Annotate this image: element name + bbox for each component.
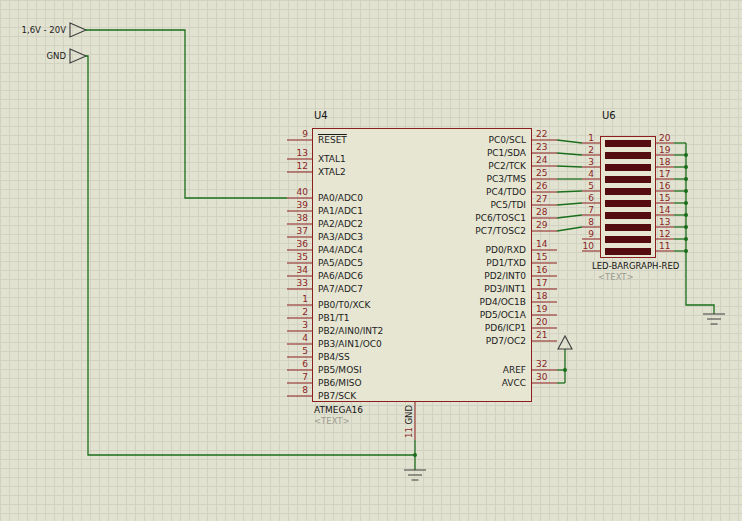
pin-label: PC4/TDO [356, 187, 526, 197]
pin-number: 36 [264, 239, 308, 249]
pin-number: 35 [264, 252, 308, 262]
gnd-terminal-label: GND [8, 51, 66, 61]
pin-number: 27 [536, 194, 547, 204]
gnd-terminal-icon[interactable] [70, 49, 86, 63]
wire-power-to-pa0[interactable] [85, 30, 287, 198]
pin-number: 2 [566, 145, 594, 155]
pin-number: 23 [536, 142, 547, 152]
pin-number: 15 [659, 193, 670, 203]
pin-number: 21 [536, 330, 547, 340]
pin-number: 17 [536, 278, 547, 288]
pin-number: 10 [566, 241, 594, 251]
pin-label: AVCC [356, 378, 526, 388]
pin-number: 11 [659, 241, 670, 251]
pin-number: 4 [566, 169, 594, 179]
pin-label: PB4/SS [318, 352, 350, 362]
led-segment [605, 248, 651, 255]
pin-label: PD5/OC1A [356, 310, 526, 320]
pin-label: RESET [318, 135, 347, 145]
pin-label: PD2/INT0 [356, 271, 526, 281]
pin-label: PD6/ICP1 [356, 323, 526, 333]
pin-number: 26 [536, 181, 547, 191]
pin-number: 29 [536, 220, 547, 230]
pin-number: 1 [566, 133, 594, 143]
chip-text-placeholder: <TEXT> [314, 416, 350, 426]
ground-symbol[interactable] [404, 470, 426, 480]
pin-number: 25 [536, 168, 547, 178]
pin-number: 24 [536, 155, 547, 165]
chip-bottom-pin-label: 11 GND [404, 405, 414, 438]
pin-number: 8 [264, 385, 308, 395]
pin-number: 5 [264, 346, 308, 356]
pin-number: 34 [264, 265, 308, 275]
led-segment [605, 164, 651, 171]
ground-symbol[interactable] [703, 314, 725, 324]
pin-number: 37 [264, 226, 308, 236]
bargraph-reference: U6 [602, 110, 616, 121]
pin-number: 1 [264, 294, 308, 304]
pin-number: 3 [264, 320, 308, 330]
led-segment [605, 236, 651, 243]
pin-label: PD4/OC1B [356, 297, 526, 307]
pin-number: 18 [659, 157, 670, 167]
pin-label: PC0/SCL [356, 135, 526, 145]
pin-label: PB1/T1 [318, 313, 350, 323]
pin-label: PD1/TXD [356, 258, 526, 268]
led-segment [605, 200, 651, 207]
pin-number: 3 [566, 157, 594, 167]
junction-dot [563, 368, 567, 372]
pin-label: AREF [356, 365, 526, 375]
pin-number: 40 [264, 187, 308, 197]
led-segment [605, 152, 651, 159]
pin-label: PC7/TOSC2 [356, 226, 526, 236]
junction-dot [413, 453, 417, 457]
pin-number: 6 [566, 193, 594, 203]
wire-pc-to-bargraph[interactable] [557, 191, 582, 192]
pin-number: 16 [536, 265, 547, 275]
led-segment [605, 176, 651, 183]
pin-label: PC3/TMS [356, 174, 526, 184]
pin-label: PC2/TCK [356, 161, 526, 171]
pin-number: 19 [659, 145, 670, 155]
pin-number: 9 [264, 129, 308, 139]
chip-reference: U4 [314, 110, 328, 121]
pin-number: 12 [659, 229, 670, 239]
pin-label: PC1/SDA [356, 148, 526, 158]
led-segment [605, 140, 651, 147]
pin-number: 28 [536, 207, 547, 217]
pin-number: 16 [659, 181, 670, 191]
pin-number: 12 [264, 161, 308, 171]
pin-number: 6 [264, 359, 308, 369]
pin-number: 5 [566, 181, 594, 191]
pin-number: 13 [264, 148, 308, 158]
input-terminal-icon[interactable] [70, 23, 86, 37]
pin-number: 14 [536, 239, 547, 249]
pin-number: 18 [536, 291, 547, 301]
pin-number: 7 [264, 372, 308, 382]
pin-number: 9 [566, 229, 594, 239]
pin-label: PD0/RXD [356, 245, 526, 255]
pin-number: 20 [536, 317, 547, 327]
chip-value-label: ATMEGA16 [314, 405, 363, 415]
pin-number: 2 [264, 307, 308, 317]
power-terminal-icon[interactable] [558, 336, 572, 349]
wire-bargraph-gnd-bus[interactable] [686, 143, 714, 314]
pin-number: 15 [536, 252, 547, 262]
power-terminal-label: 1,6V - 20V [8, 25, 66, 35]
led-segment [605, 224, 651, 231]
pin-number: 33 [264, 278, 308, 288]
pin-number: 8 [566, 217, 594, 227]
bargraph-value-label: LED-BARGRAPH-RED [592, 261, 679, 271]
pin-label: XTAL2 [318, 167, 346, 177]
pin-number: 39 [264, 200, 308, 210]
pin-number: 38 [264, 213, 308, 223]
bargraph-text-placeholder: <TEXT> [598, 272, 634, 282]
pin-label: PB7/SCK [318, 391, 356, 401]
pin-label: PD7/OC2 [356, 336, 526, 346]
led-segment [605, 188, 651, 195]
pin-number: 4 [264, 333, 308, 343]
pin-number: 22 [536, 129, 547, 139]
pin-number: 19 [536, 304, 547, 314]
pin-number: 13 [659, 217, 670, 227]
pin-number: 20 [659, 133, 670, 143]
